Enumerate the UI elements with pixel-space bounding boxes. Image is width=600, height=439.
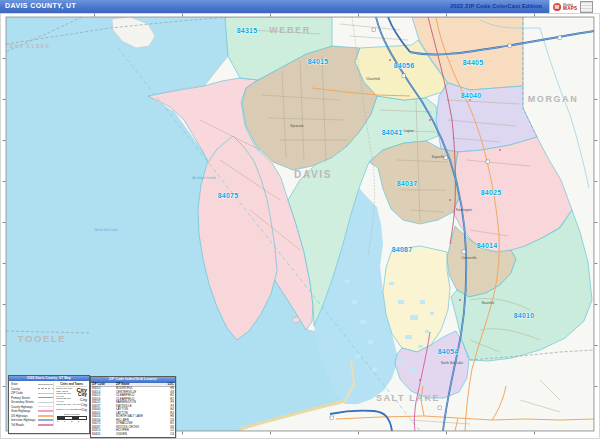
- us-highway-swatch: [38, 415, 53, 417]
- city-label-farmington: Farmington: [456, 208, 472, 212]
- water-label-great-salt-lake: Great Salt Lake: [94, 228, 118, 232]
- toll-road-swatch: [38, 424, 53, 426]
- grid-icon: [580, 1, 593, 13]
- zip-label-84087: 84087: [392, 246, 412, 253]
- state-line-swatch: [38, 384, 53, 385]
- zip-label-84015: 84015: [308, 58, 328, 65]
- zip-label-84014: 84014: [477, 242, 497, 249]
- legend-item-toll-roads: Toll Roads: [11, 423, 53, 428]
- zip-label-84037: 84037: [397, 180, 417, 187]
- county-label-weber: WEBER: [269, 25, 311, 35]
- city-label-syracuse: Syracuse: [290, 124, 304, 128]
- city-label-clearfield: Clearfield: [366, 77, 380, 81]
- small-islet: [292, 317, 300, 323]
- zip-line-swatch: [38, 393, 53, 394]
- zip-label-84315: 84315: [237, 27, 257, 34]
- city-label-bountiful: Bountiful: [482, 301, 495, 305]
- city-class-row: Cities 9,999 and BelowCity: [56, 407, 87, 412]
- city-label-layton: Layton: [404, 129, 414, 133]
- state-highway-swatch: [38, 410, 53, 412]
- edition-label: 2022 ZIP Code ColorCast Edition: [450, 3, 542, 9]
- legend-symbols: State County ZIP Code Primary Streets Se…: [11, 382, 53, 427]
- city-label-north-salt-lake: North Salt Lake: [441, 361, 463, 365]
- county-highway-swatch: [38, 406, 53, 407]
- water-label-antelope-island: Antelope Island: [191, 176, 215, 180]
- primary-street-swatch: [38, 397, 53, 398]
- logo-maps-text: MAPS: [563, 7, 577, 11]
- zip-label-84040: 84040: [461, 92, 481, 99]
- county-label-salt-lake: SALT LAKE: [376, 393, 440, 403]
- page-title: DAVIS COUNTY, UT: [5, 2, 76, 9]
- city-class-row: Cities 25,000 - 49,999City: [56, 397, 87, 402]
- zip-label-84054: 84054: [438, 348, 458, 355]
- legend-cities: Cities and Towns Cities 100,000 and Abov…: [53, 382, 87, 427]
- secondary-street-swatch: [38, 402, 53, 403]
- interstate-swatch: [38, 419, 53, 421]
- county-label-morgan: MORGAN: [528, 94, 579, 104]
- map-legend-panel: 2022 Davis County, UT Map State County Z…: [8, 375, 90, 434]
- county-label-tooele: TOOELE: [18, 333, 67, 344]
- county-line-swatch: [38, 388, 53, 389]
- city-label-kaysville: Kaysville: [432, 155, 445, 159]
- davis-county-map: BOX ELDER WEBER MORGAN DAVIS TOOELE SALT…: [0, 0, 600, 439]
- zip-index-panel: ZIP Code Index/Grid Locator ZIP CodeZIP …: [90, 376, 176, 438]
- header-bar: DAVIS COUNTY, UT 2022 ZIP Code ColorCast…: [0, 0, 600, 13]
- marketmaps-logo: M Market MAPS: [549, 0, 600, 13]
- zip-label-84025: 84025: [481, 189, 501, 196]
- map-page: BOX ELDER WEBER MORGAN DAVIS TOOELE SALT…: [0, 0, 600, 439]
- county-label-davis: DAVIS: [294, 169, 332, 180]
- zip-label-84010: 84010: [514, 312, 534, 319]
- county-label-box-elder: BOX ELDER: [10, 44, 51, 49]
- city-label-centerville: Centerville: [461, 256, 476, 260]
- zip-label-84056: 84056: [394, 62, 414, 69]
- table-row: 84405OGDENC4: [91, 433, 175, 437]
- zip-label-84041: 84041: [382, 129, 402, 136]
- zip-label-84075: 84075: [218, 192, 238, 199]
- scale-ticks: 01234: [57, 420, 86, 423]
- logo-badge-icon: M: [553, 3, 561, 11]
- scale-bar: Scale in Miles 01234: [56, 413, 87, 423]
- zip-label-84405: 84405: [463, 59, 483, 66]
- zip-index-table: ZIP CodeZIP NameLOC 84010BOUNTIFULH3 840…: [91, 383, 175, 437]
